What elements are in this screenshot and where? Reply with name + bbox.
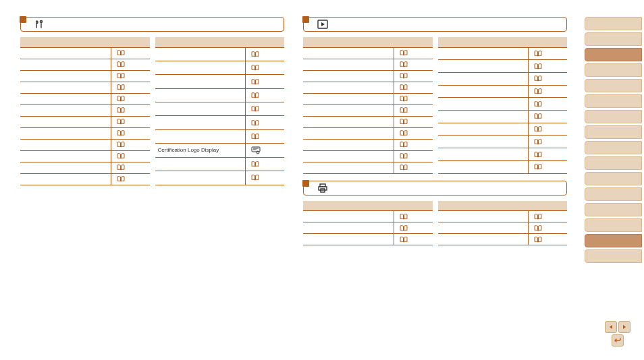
table-row[interactable] (438, 148, 568, 161)
table-row[interactable] (438, 160, 568, 173)
page-cell[interactable] (246, 171, 284, 185)
table-row[interactable] (438, 85, 568, 98)
table-row[interactable] (155, 157, 285, 171)
page-cell[interactable] (394, 234, 432, 245)
table-row[interactable] (438, 234, 568, 245)
page-cell[interactable] (529, 47, 567, 60)
table-row[interactable] (155, 47, 285, 61)
table-row[interactable] (303, 127, 433, 139)
table-row[interactable] (438, 110, 568, 123)
page-cell[interactable] (111, 150, 149, 162)
table-row[interactable] (155, 88, 285, 102)
sidebar-tab-11[interactable] (585, 187, 642, 201)
page-cell[interactable] (394, 116, 432, 127)
page-cell[interactable] (111, 93, 149, 104)
table-row[interactable] (20, 127, 150, 139)
table-row[interactable] (303, 82, 433, 93)
page-cell[interactable] (529, 123, 567, 136)
table-row[interactable] (155, 102, 285, 116)
sidebar-tab-14[interactable] (585, 234, 642, 247)
page-cell[interactable] (394, 162, 432, 173)
table-row[interactable] (303, 139, 433, 150)
table-row[interactable] (20, 116, 150, 127)
table-row[interactable] (155, 75, 285, 88)
page-cell[interactable] (246, 157, 284, 171)
sidebar-tab-4[interactable] (585, 79, 642, 92)
table-row[interactable] (303, 162, 433, 173)
page-cell[interactable] (529, 110, 567, 123)
table-row[interactable] (20, 82, 150, 93)
page-cell[interactable] (529, 148, 567, 161)
page-cell[interactable] (529, 72, 567, 85)
page-cell[interactable] (111, 47, 149, 59)
page-cell[interactable] (111, 70, 149, 82)
table-row[interactable] (438, 123, 568, 136)
table-row[interactable] (20, 162, 150, 173)
sidebar-tab-5[interactable] (585, 94, 642, 108)
page-cell[interactable] (246, 75, 284, 88)
page-cell[interactable] (111, 139, 149, 150)
page-cell[interactable] (246, 47, 284, 61)
sidebar-tab-12[interactable] (585, 203, 642, 216)
page-cell[interactable] (394, 93, 432, 104)
table-row[interactable] (20, 47, 150, 59)
page-cell[interactable] (246, 144, 284, 157)
table-row[interactable] (20, 150, 150, 162)
table-row[interactable] (303, 70, 433, 82)
sidebar-tab-7[interactable] (585, 125, 642, 139)
table-row[interactable] (438, 98, 568, 111)
table-row[interactable] (20, 139, 150, 150)
sidebar-tab-6[interactable] (585, 110, 642, 123)
page-cell[interactable] (246, 102, 284, 116)
table-row[interactable] (438, 222, 568, 234)
page-cell[interactable] (111, 173, 149, 185)
sidebar-tab-0[interactable] (585, 17, 642, 30)
sidebar-tab-1[interactable] (585, 32, 642, 46)
sidebar-tab-3[interactable] (585, 63, 642, 77)
table-row[interactable] (303, 234, 433, 245)
page-cell[interactable] (529, 222, 567, 234)
table-row[interactable] (20, 70, 150, 82)
sidebar-tab-2[interactable] (585, 48, 642, 61)
page-cell[interactable] (394, 59, 432, 70)
table-row[interactable] (303, 150, 433, 162)
table-row[interactable] (155, 129, 285, 143)
table-row[interactable]: Certification Logo Display (155, 144, 285, 157)
table-row[interactable] (303, 211, 433, 222)
page-cell[interactable] (394, 222, 432, 234)
page-cell[interactable] (529, 85, 567, 98)
table-row[interactable] (438, 60, 568, 73)
page-cell[interactable] (394, 104, 432, 116)
page-cell[interactable] (394, 82, 432, 93)
table-row[interactable] (303, 104, 433, 116)
table-row[interactable] (303, 47, 433, 59)
page-cell[interactable] (111, 127, 149, 139)
page-cell[interactable] (246, 61, 284, 74)
table-row[interactable] (303, 93, 433, 104)
table-row[interactable] (303, 59, 433, 70)
sidebar-tab-9[interactable] (585, 156, 642, 170)
page-cell[interactable] (246, 116, 284, 129)
table-row[interactable] (20, 59, 150, 70)
sidebar-tab-8[interactable] (585, 141, 642, 154)
page-cell[interactable] (111, 116, 149, 127)
return-button[interactable] (612, 334, 624, 347)
page-cell[interactable] (394, 70, 432, 82)
table-row[interactable] (438, 72, 568, 85)
table-row[interactable] (155, 116, 285, 129)
page-cell[interactable] (246, 88, 284, 102)
sidebar-tab-15[interactable] (585, 249, 642, 263)
page-cell[interactable] (111, 59, 149, 70)
page-cell[interactable] (394, 139, 432, 150)
page-cell[interactable] (529, 211, 567, 222)
prev-button[interactable] (605, 321, 617, 333)
page-cell[interactable] (394, 47, 432, 59)
table-row[interactable] (303, 222, 433, 234)
page-cell[interactable] (529, 60, 567, 73)
page-cell[interactable] (394, 150, 432, 162)
page-cell[interactable] (529, 98, 567, 111)
page-cell[interactable] (111, 162, 149, 173)
table-row[interactable] (155, 171, 285, 185)
page-cell[interactable] (394, 211, 432, 222)
page-cell[interactable] (111, 82, 149, 93)
